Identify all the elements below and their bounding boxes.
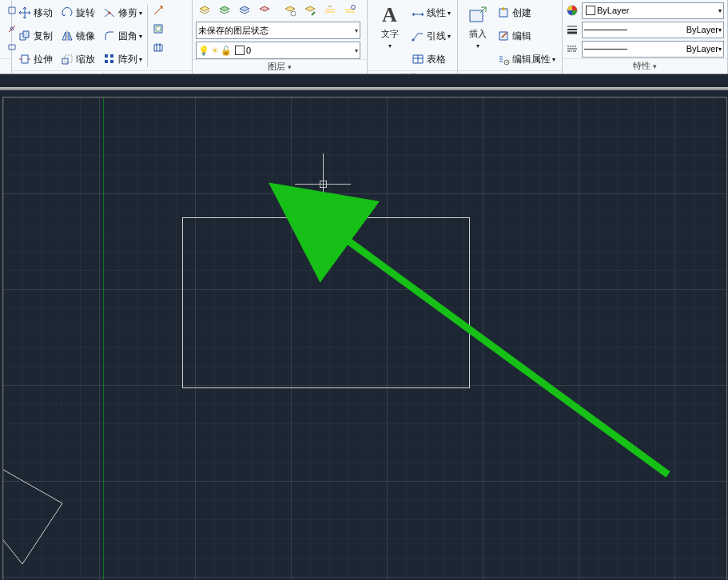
color-swatch — [586, 6, 595, 15]
svg-rect-11 — [105, 60, 108, 63]
polyline-entity[interactable] — [3, 462, 83, 566]
block-create-icon — [497, 6, 510, 19]
panel-title-left — [0, 58, 11, 73]
move-button[interactable]: 移动 — [15, 2, 56, 24]
prop-linetype-combo[interactable]: ByLayer▾ — [582, 41, 724, 58]
sun-icon: ☀ — [211, 46, 219, 56]
layer-btn-5[interactable] — [281, 2, 299, 19]
chevron-down-icon: ▾ — [139, 10, 142, 17]
layer-state-label: 未保存的图层状态 — [198, 25, 269, 37]
lineweight-icon — [566, 23, 579, 36]
panel-annotate: A 文字▾ 线性▾ 引线▾ 表格 注释 ▾ — [368, 0, 458, 73]
insert-block-icon — [467, 4, 489, 26]
color-wheel-icon — [566, 4, 579, 17]
model-space — [0, 74, 728, 580]
svg-rect-10 — [110, 54, 113, 58]
mirror-button[interactable]: 镜像 — [58, 25, 98, 47]
layer-color-swatch — [235, 46, 245, 55]
trim-button[interactable]: 修剪▾ — [100, 2, 145, 24]
panel-title-properties[interactable]: 特性 ▾ — [563, 58, 727, 73]
layer-btn-2[interactable] — [216, 2, 233, 19]
insert-block-button[interactable]: 插入▾ — [461, 2, 494, 59]
block-edit-icon — [497, 30, 510, 42]
layer-btn-4[interactable] — [256, 2, 273, 19]
table-icon — [412, 53, 424, 66]
svg-point-17 — [352, 6, 356, 10]
copy-label: 复制 — [34, 30, 53, 43]
fillet-label: 圆角 — [118, 30, 137, 43]
copy-button[interactable]: 复制 — [15, 25, 56, 47]
scale-icon — [61, 53, 74, 66]
move-label: 移动 — [34, 6, 53, 20]
panel-modify: 移动 复制 拉伸 旋转 镜像 — [12, 0, 193, 73]
panel-block: 插入▾ 创建 编辑 编辑属性▾ 块 ▾ — [458, 0, 563, 73]
layer-btn-3[interactable] — [236, 2, 253, 19]
leader-icon — [412, 30, 424, 42]
leader-button[interactable]: 引线▾ — [408, 25, 454, 47]
panel-properties: ByLayer▾ ByLayer▾ ByLayer▾ 特性 ▾ — [563, 0, 728, 73]
layer-current-label: 0 — [246, 46, 251, 55]
mirror-label: 镜像 — [76, 30, 95, 43]
layer-btn-8[interactable] — [341, 2, 359, 19]
block-edit-button[interactable]: 编辑 — [494, 25, 559, 47]
svg-rect-5 — [22, 55, 28, 63]
linear-dim-button[interactable]: 线性▾ — [408, 2, 454, 24]
svg-point-23 — [504, 60, 509, 65]
panel-title-layers[interactable]: 图层 ▾ — [193, 59, 367, 74]
scale-button[interactable]: 缩放 — [58, 48, 98, 70]
lock-icon: 🔓 — [221, 46, 232, 56]
svg-rect-14 — [156, 26, 161, 31]
rotate-label: 旋转 — [76, 6, 95, 20]
svg-point-18 — [412, 39, 415, 42]
text-icon: A — [379, 4, 401, 26]
array-button[interactable]: 阵列▾ — [100, 48, 145, 70]
ribbon: 移动 复制 拉伸 旋转 镜像 — [0, 0, 728, 74]
stretch-button[interactable]: 拉伸 — [15, 48, 56, 70]
panel-layers: 未保存的图层状态▾ 💡 ☀ 🔓 0 ▾ 图层 ▾ — [193, 0, 368, 73]
svg-point-16 — [291, 11, 296, 16]
mirror-icon — [61, 30, 74, 42]
axis-y — [103, 97, 104, 580]
stage-separator — [0, 87, 728, 90]
table-button[interactable]: 表格 — [408, 48, 454, 70]
fillet-icon — [103, 30, 116, 42]
move-icon — [18, 6, 31, 19]
block-create-button[interactable]: 创建 — [494, 2, 559, 24]
layer-current-combo[interactable]: 💡 ☀ 🔓 0 ▾ — [196, 42, 360, 59]
array-label: 阵列 — [118, 53, 137, 66]
scale-label: 缩放 — [76, 53, 95, 66]
copy-icon — [18, 30, 31, 42]
svg-rect-9 — [105, 54, 108, 58]
chevron-down-icon: ▾ — [139, 33, 142, 40]
stretch-label: 拉伸 — [34, 53, 53, 66]
linear-dim-icon — [412, 6, 424, 19]
drawing-canvas[interactable] — [2, 97, 727, 580]
pickbox — [320, 181, 327, 188]
layer-btn-1[interactable] — [196, 2, 213, 19]
layer-state-combo[interactable]: 未保存的图层状态▾ — [196, 22, 360, 39]
bulb-icon: 💡 — [198, 46, 209, 56]
stretch-icon — [18, 53, 31, 66]
svg-point-8 — [109, 12, 111, 14]
chevron-down-icon: ▾ — [139, 56, 142, 63]
modify-extra-2[interactable] — [149, 20, 167, 38]
rectangle-entity[interactable] — [182, 217, 470, 388]
trim-icon — [103, 6, 116, 19]
layer-btn-7[interactable] — [321, 2, 339, 19]
rotate-button[interactable]: 旋转 — [58, 2, 98, 24]
fillet-button[interactable]: 圆角▾ — [100, 25, 145, 47]
trim-label: 修剪 — [118, 6, 137, 20]
modify-extra-3[interactable] — [149, 38, 167, 56]
svg-rect-15 — [154, 45, 162, 51]
array-icon — [103, 53, 116, 66]
text-button[interactable]: A 文字▾ — [371, 2, 408, 59]
prop-lineweight-combo[interactable]: ByLayer▾ — [582, 22, 724, 38]
layer-btn-6[interactable] — [301, 2, 319, 19]
svg-rect-12 — [110, 60, 113, 63]
linetype-icon — [566, 42, 579, 55]
prop-color-combo[interactable]: ByLayer▾ — [582, 2, 724, 19]
modify-extra-1[interactable] — [149, 2, 167, 19]
block-attr-button[interactable]: 编辑属性▾ — [494, 48, 559, 70]
rotate-icon — [61, 6, 74, 19]
block-attr-icon — [497, 53, 510, 66]
